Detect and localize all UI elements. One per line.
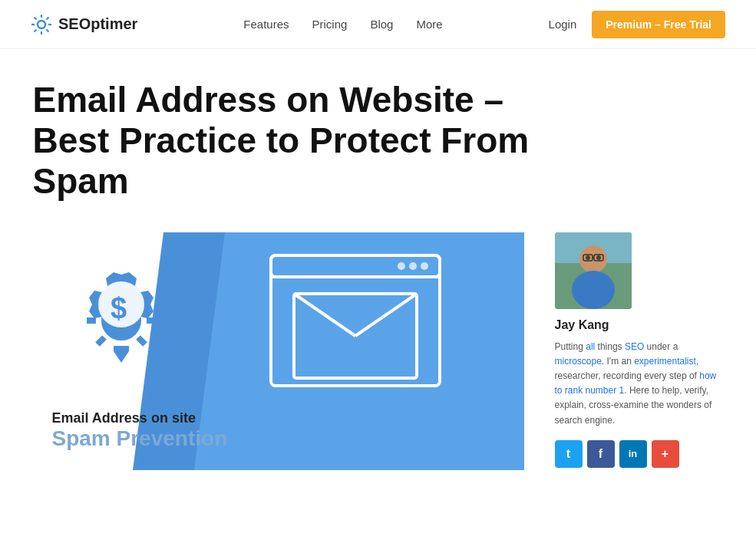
- author-bio: Putting all things SEO under a microscop…: [555, 340, 724, 428]
- facebook-button[interactable]: f: [587, 440, 615, 468]
- svg-point-28: [586, 255, 590, 260]
- linkedin-button[interactable]: in: [619, 440, 647, 468]
- bio-link-microscope[interactable]: microscope: [555, 356, 602, 367]
- cta-button[interactable]: Premium – Free Trial: [592, 11, 725, 38]
- main-content: Email Address on Website – Best Practice…: [2, 49, 754, 470]
- author-photo: [555, 232, 632, 309]
- twitter-button[interactable]: t: [555, 440, 583, 468]
- nav-more[interactable]: More: [416, 18, 442, 31]
- svg-point-18: [398, 262, 405, 270]
- svg-text:$: $: [111, 292, 127, 324]
- sidebar: Jay Kang Putting all things SEO under a …: [555, 232, 724, 468]
- logo-icon: [31, 14, 52, 35]
- svg-point-0: [38, 21, 45, 28]
- svg-point-19: [409, 262, 417, 270]
- svg-point-29: [596, 255, 601, 260]
- page-title: Email Address on Website – Best Practice…: [33, 80, 555, 202]
- bio-link-rank[interactable]: how to rank number 1: [555, 370, 717, 396]
- nav-pricing[interactable]: Pricing: [312, 18, 348, 31]
- facebook-icon: f: [599, 447, 602, 461]
- bio-link-seo[interactable]: SEO: [625, 341, 644, 352]
- author-name: Jay Kang: [555, 318, 724, 332]
- svg-line-7: [47, 17, 49, 19]
- hero-image: $ $: [33, 232, 524, 470]
- plus-icon: +: [662, 447, 669, 461]
- bio-link-experimentalist[interactable]: experimentalist: [634, 356, 696, 367]
- twitter-icon: t: [566, 447, 570, 461]
- svg-point-27: [572, 271, 615, 309]
- content-area: $ $: [33, 232, 724, 470]
- hero-text-bottom: Spam Prevention: [52, 426, 228, 451]
- gear-dollar-icon: $: [89, 272, 154, 337]
- nav-right: Login Premium – Free Trial: [549, 11, 725, 38]
- logo-link[interactable]: SEOptimer: [31, 14, 137, 35]
- svg-line-8: [35, 29, 37, 31]
- svg-line-6: [47, 29, 49, 31]
- nav-links: Features Pricing Blog More: [243, 18, 442, 31]
- bio-link-all[interactable]: all: [586, 341, 595, 352]
- svg-line-5: [35, 17, 37, 19]
- share-plus-button[interactable]: +: [652, 440, 679, 468]
- author-avatar-svg: [555, 232, 632, 309]
- hero-text: Email Address on site Spam Prevention: [52, 410, 228, 451]
- nav-blog[interactable]: Blog: [370, 18, 393, 31]
- linkedin-icon: in: [629, 448, 638, 459]
- logo-text: SEOptimer: [58, 15, 137, 33]
- svg-point-20: [421, 262, 428, 270]
- hero-text-top: Email Address on site: [52, 410, 228, 426]
- login-link[interactable]: Login: [549, 18, 577, 31]
- svg-marker-10: [194, 232, 524, 470]
- navbar: SEOptimer Features Pricing Blog More Log…: [0, 0, 756, 49]
- nav-features[interactable]: Features: [243, 18, 289, 31]
- social-buttons: t f in +: [555, 440, 724, 468]
